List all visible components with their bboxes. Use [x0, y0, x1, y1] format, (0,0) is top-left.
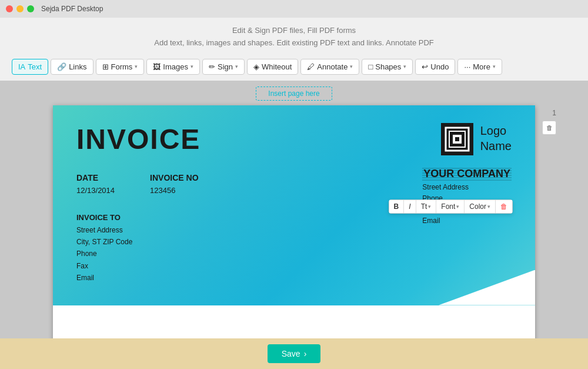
annotate-dropdown-arrow: ▾	[350, 64, 353, 69]
logo-line2: Name	[480, 138, 512, 154]
pdf-page: INVOICE DATE 12/13/2014 INVOICE NO 12345…	[53, 105, 535, 338]
forms-label: Forms	[111, 62, 133, 71]
forms-dropdown-arrow: ▾	[135, 64, 138, 69]
invoice-header: INVOICE DATE 12/13/2014 INVOICE NO 12345…	[53, 105, 535, 305]
invoice-city: City, ST ZIP Code	[76, 236, 512, 248]
date-label: DATE	[76, 173, 115, 182]
logo-icon	[441, 123, 473, 155]
font-dropdown-arrow: ▾	[456, 204, 459, 210]
images-icon: 🖼	[153, 62, 161, 71]
annotate-button[interactable]: 🖊 Annotate ▾	[300, 59, 359, 75]
company-street: Street Address	[422, 182, 512, 193]
svg-rect-4	[455, 137, 459, 141]
text-format-toolbar: B I Tt ▾ Font ▾ Color ▾	[389, 200, 513, 214]
more-icon: ···	[464, 62, 470, 71]
format-italic-button[interactable]: I	[404, 200, 416, 213]
description-area: Edit & Sign PDF files, Fill PDF forms Ad…	[0, 18, 588, 55]
title-bar: Sejda PDF Desktop	[0, 0, 588, 18]
description-line1: Edit & Sign PDF files, Fill PDF forms	[0, 25, 588, 37]
save-arrow-icon: ›	[304, 349, 307, 358]
forms-icon: ⊞	[102, 62, 109, 71]
images-label: Images	[163, 62, 188, 71]
close-button[interactable]	[6, 5, 13, 12]
trash-icon: 🗑	[546, 124, 553, 131]
images-dropdown-arrow: ▾	[191, 64, 193, 69]
invoice-phone: Phone	[76, 248, 512, 260]
undo-icon: ↩	[422, 62, 428, 71]
sign-icon: ✏	[209, 62, 215, 71]
sign-label: Sign	[218, 62, 233, 71]
minimize-button[interactable]	[16, 5, 24, 12]
text-button[interactable]: IA Text	[12, 59, 48, 75]
more-dropdown-arrow: ▾	[493, 64, 496, 69]
shapes-icon: □	[368, 62, 373, 71]
invoice-email: Email	[76, 272, 512, 284]
links-icon: 🔗	[57, 62, 66, 71]
invoice-to-detail: Street Address City, ST ZIP Code Phone F…	[76, 224, 512, 284]
scroll-area[interactable]: Insert page here 1 🗑 INVOICE DATE 12/13/…	[0, 81, 588, 338]
sign-button[interactable]: ✏ Sign ▾	[202, 59, 245, 75]
insert-page-bar: Insert page here	[53, 87, 535, 101]
company-email: Email	[422, 215, 512, 227]
invoice-no-block: INVOICE NO 123456	[150, 173, 198, 195]
undo-button[interactable]: ↩ Undo	[415, 59, 455, 75]
annotate-icon: 🖊	[307, 62, 315, 71]
forms-button[interactable]: ⊞ Forms ▾	[96, 59, 145, 75]
text-icon: IA	[18, 62, 25, 71]
color-label: Color	[469, 202, 486, 211]
textsize-dropdown-arrow: ▾	[428, 204, 431, 210]
shapes-button[interactable]: □ Shapes ▾	[362, 59, 413, 75]
links-button[interactable]: 🔗 Links	[51, 59, 93, 75]
toolbar: IA Text 🔗 Links ⊞ Forms ▾ 🖼 Images ▾ ✏ S…	[0, 55, 588, 81]
text-label: Text	[28, 62, 42, 71]
links-label: Links	[69, 62, 86, 71]
maximize-button[interactable]	[27, 5, 34, 12]
page-number: 1	[552, 109, 556, 117]
whiteout-label: Whiteout	[262, 62, 292, 71]
description-line2: Add text, links, images and shapes. Edit…	[0, 37, 588, 49]
app-title: Sejda PDF Desktop	[41, 5, 103, 13]
shapes-label: Shapes	[375, 62, 401, 71]
delete-icon: 🗑	[500, 202, 507, 211]
invoice-fax: Fax	[76, 260, 512, 272]
images-button[interactable]: 🖼 Images ▾	[146, 59, 200, 75]
save-label: Save	[282, 349, 300, 358]
save-button[interactable]: Save ›	[268, 344, 321, 363]
annotate-label: Annotate	[317, 62, 348, 71]
main-area: Edit & Sign PDF files, Fill PDF forms Ad…	[0, 18, 588, 369]
page-delete-button[interactable]: 🗑	[542, 121, 556, 135]
sign-dropdown-arrow: ▾	[235, 64, 238, 69]
date-block: DATE 12/13/2014	[76, 173, 115, 195]
format-font-button[interactable]: Font ▾	[436, 200, 465, 213]
format-textsize-button[interactable]: Tt ▾	[416, 200, 437, 213]
date-value: 12/13/2014	[76, 186, 115, 195]
whiteout-icon: ◈	[253, 62, 259, 71]
format-bold-button[interactable]: B	[389, 200, 405, 213]
shapes-dropdown-arrow: ▾	[403, 64, 406, 69]
logo-text: Logo Name	[480, 123, 512, 154]
save-bar: Save ›	[0, 338, 588, 369]
company-block[interactable]: YOUR COMPANY Street Address Phone Fax Em…	[422, 167, 512, 227]
insert-page-button[interactable]: Insert page here	[256, 87, 332, 101]
undo-label: Undo	[430, 62, 449, 71]
invoice-no-label: INVOICE NO	[150, 173, 198, 182]
company-name: YOUR COMPANY	[422, 167, 512, 181]
logo-line1: Logo	[480, 123, 512, 138]
invoice-no-value: 123456	[150, 186, 175, 195]
page-container: 1 🗑 INVOICE DATE 12/13/2014	[53, 105, 535, 338]
color-dropdown-arrow: ▾	[487, 204, 490, 210]
more-button[interactable]: ··· More ▾	[457, 59, 502, 75]
logo-area: Logo Name	[441, 123, 512, 155]
more-label: More	[473, 62, 490, 71]
whiteout-button[interactable]: ◈ Whiteout	[247, 59, 298, 75]
textsize-label: Tt	[421, 202, 427, 211]
format-color-button[interactable]: Color ▾	[465, 200, 496, 213]
format-delete-button[interactable]: 🗑	[496, 200, 512, 213]
font-label: Font	[441, 202, 455, 211]
